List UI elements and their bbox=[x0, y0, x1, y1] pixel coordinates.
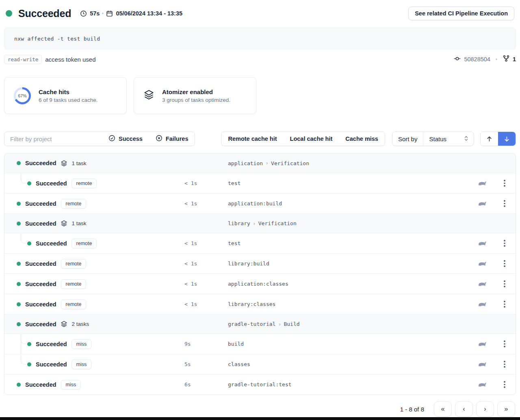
gradle-elephant-icon[interactable] bbox=[471, 233, 494, 253]
separator-dot bbox=[102, 13, 104, 14]
sort-descending-button[interactable] bbox=[498, 132, 516, 146]
status-dot bbox=[17, 302, 21, 306]
commit-sha[interactable]: 50828504 bbox=[464, 56, 490, 62]
task-row[interactable]: Succeeded miss 5s classes bbox=[4, 354, 516, 374]
local-cache-hit-button[interactable]: Local cache hit bbox=[284, 132, 339, 146]
row-menu-kebab-icon[interactable] bbox=[494, 233, 516, 253]
row-menu-kebab-icon[interactable] bbox=[494, 354, 516, 374]
header: Succeeded 57s 05/06/2024 13:34 - 13:35 S… bbox=[4, 0, 516, 27]
gradle-elephant-icon[interactable] bbox=[471, 334, 494, 354]
sort-select[interactable]: Status bbox=[423, 132, 474, 146]
gradle-elephant-icon[interactable] bbox=[471, 274, 494, 294]
date-meta: 05/06/2024 13:34 - 13:35 bbox=[106, 10, 182, 17]
status-dot bbox=[17, 262, 21, 266]
group-task-count: 1 task bbox=[72, 160, 87, 166]
task-duration: < 1s bbox=[184, 281, 228, 287]
task-group-row[interactable]: Succeeded 1 task application › Verificat… bbox=[4, 153, 516, 173]
gradle-elephant-icon[interactable] bbox=[471, 375, 494, 394]
task-row[interactable]: Succeeded remote < 1s library:build bbox=[4, 253, 516, 274]
cache-status-badge: remote bbox=[61, 299, 87, 309]
token-row: read-write access token used 50828504 1 bbox=[4, 54, 516, 64]
duration-text: 57s bbox=[90, 10, 100, 17]
status-dot bbox=[17, 222, 21, 226]
task-status-label: Succeeded bbox=[36, 341, 67, 347]
atomizer-title: Atomizer enabled bbox=[162, 88, 230, 95]
clock-icon bbox=[80, 10, 87, 17]
row-menu-kebab-icon[interactable] bbox=[494, 375, 516, 394]
gradle-elephant-icon[interactable] bbox=[471, 354, 494, 374]
group-target-name: Build bbox=[284, 321, 299, 327]
sort-control: Sort by Status bbox=[392, 131, 474, 146]
task-row[interactable]: Succeeded miss 6s gradle-tutorial:test bbox=[4, 374, 516, 394]
task-duration: < 1s bbox=[184, 301, 228, 307]
command-text: nxw affected -t test build bbox=[14, 36, 100, 42]
filter-project-input[interactable] bbox=[4, 132, 102, 146]
status-dot bbox=[17, 322, 21, 326]
summary-cards: 67% Cache hits 6 of 9 tasks used cache. … bbox=[4, 77, 516, 114]
cache-hits-ring: 67% bbox=[14, 87, 31, 104]
row-menu-kebab-icon[interactable] bbox=[494, 294, 516, 314]
access-token-text: access token used bbox=[45, 56, 95, 63]
row-menu-kebab-icon[interactable] bbox=[494, 254, 516, 274]
task-row[interactable]: Succeeded remote < 1s library:classes bbox=[4, 294, 516, 314]
gradle-elephant-icon[interactable] bbox=[471, 173, 494, 193]
task-name: application:classes bbox=[228, 281, 288, 287]
x-circle-icon bbox=[156, 135, 162, 143]
task-name: classes bbox=[228, 361, 250, 367]
group-task-count: 2 tasks bbox=[72, 321, 89, 327]
page-title: Succeeded bbox=[18, 8, 71, 19]
status-dot bbox=[17, 161, 21, 165]
task-name: library:classes bbox=[228, 301, 275, 307]
group-project-name: gradle-tutorial bbox=[228, 321, 275, 327]
sorter-icon bbox=[464, 135, 469, 143]
task-row[interactable]: Succeeded remote < 1s test bbox=[4, 173, 516, 193]
layers-icon bbox=[143, 89, 154, 102]
sort-ascending-button[interactable] bbox=[481, 132, 498, 146]
last-page-button[interactable]: » bbox=[497, 401, 515, 417]
row-menu-kebab-icon[interactable] bbox=[494, 173, 516, 193]
task-status-label: Succeeded bbox=[36, 240, 67, 247]
success-filter-button[interactable]: Success bbox=[102, 132, 149, 146]
task-row[interactable]: Succeeded remote < 1s application:classe… bbox=[4, 274, 516, 294]
previous-page-button[interactable]: ‹ bbox=[455, 401, 473, 417]
cache-status-badge: miss bbox=[72, 360, 92, 369]
branch-count: 1 bbox=[513, 56, 516, 62]
date-range-text: 05/06/2024 13:34 - 13:35 bbox=[116, 10, 182, 17]
separator-dot bbox=[496, 58, 497, 60]
cache-hits-subtitle: 6 of 9 tasks used cache. bbox=[39, 97, 98, 103]
next-page-button[interactable]: › bbox=[476, 401, 494, 417]
task-duration: 9s bbox=[184, 341, 228, 347]
remote-cache-hit-button[interactable]: Remote cache hit bbox=[221, 132, 283, 146]
failures-filter-button[interactable]: Failures bbox=[149, 132, 195, 146]
first-page-button[interactable]: « bbox=[434, 401, 452, 417]
project-filter-group: Success Failures bbox=[4, 131, 195, 146]
commit-icon bbox=[453, 55, 461, 64]
status-dot bbox=[27, 342, 31, 346]
task-duration: < 1s bbox=[184, 261, 228, 267]
cache-miss-button[interactable]: Cache miss bbox=[339, 132, 385, 146]
task-status-label: Succeeded bbox=[25, 301, 56, 308]
tree-connector bbox=[21, 354, 26, 364]
task-duration: 5s bbox=[184, 361, 228, 367]
gradle-elephant-icon[interactable] bbox=[471, 294, 494, 314]
task-row[interactable]: Succeeded miss 9s build bbox=[4, 334, 516, 354]
command-box: nxw affected -t test build bbox=[4, 28, 516, 50]
row-menu-kebab-icon[interactable] bbox=[494, 274, 516, 294]
task-duration: < 1s bbox=[184, 200, 228, 207]
task-group-row[interactable]: Succeeded 1 task library › Verification bbox=[4, 213, 516, 233]
task-row[interactable]: Succeeded remote < 1s test bbox=[4, 233, 516, 253]
task-group-row[interactable]: Succeeded 2 tasks gradle-tutorial › Buil… bbox=[4, 314, 516, 334]
row-menu-kebab-icon[interactable] bbox=[494, 194, 516, 213]
cache-status-badge: miss bbox=[72, 339, 92, 349]
gradle-elephant-icon[interactable] bbox=[471, 194, 494, 213]
cache-status-badge: remote bbox=[72, 239, 97, 248]
row-menu-kebab-icon[interactable] bbox=[494, 334, 516, 354]
status-dot bbox=[27, 362, 31, 366]
branch-icon bbox=[503, 55, 510, 64]
cache-status-badge: remote bbox=[61, 279, 87, 289]
related-pipeline-button[interactable]: See related CI Pipeline Execution bbox=[408, 6, 514, 20]
gradle-elephant-icon[interactable] bbox=[471, 254, 494, 274]
filter-bar: Success Failures Remote cache hit Local … bbox=[4, 131, 516, 146]
sort-direction-group bbox=[480, 131, 516, 146]
task-row[interactable]: Succeeded remote < 1s application:build bbox=[4, 193, 516, 213]
